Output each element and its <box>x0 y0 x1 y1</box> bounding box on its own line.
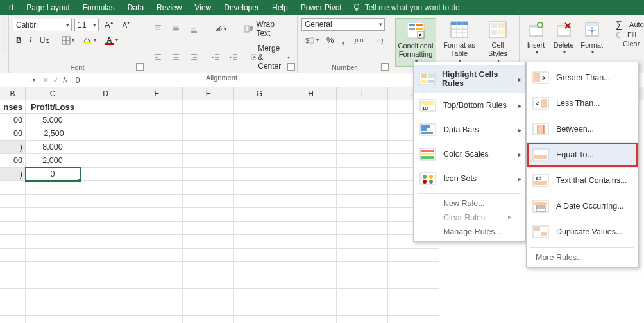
cell[interactable] <box>234 154 285 168</box>
cell[interactable] <box>234 262 285 275</box>
cell[interactable] <box>183 235 234 249</box>
cell[interactable] <box>80 222 131 235</box>
cell[interactable] <box>337 127 388 141</box>
paste-button-partial[interactable] <box>1 17 7 53</box>
autosum-button[interactable]: ∑ Auto <box>616 19 636 30</box>
borders-button[interactable]: ▾ <box>58 34 78 47</box>
tab-power-pivot[interactable]: Power Pivot <box>294 1 348 15</box>
number-format-select[interactable]: General ▾ <box>301 18 385 31</box>
cell[interactable] <box>26 302 80 316</box>
cell[interactable] <box>388 262 439 275</box>
cell[interactable] <box>234 316 285 323</box>
cell[interactable] <box>285 114 337 127</box>
cell[interactable] <box>0 249 26 262</box>
cell[interactable] <box>131 127 183 141</box>
cell[interactable] <box>234 302 285 316</box>
cell[interactable] <box>234 114 285 127</box>
cell[interactable] <box>285 262 337 275</box>
cell[interactable] <box>285 275 337 289</box>
cell[interactable] <box>0 275 26 289</box>
cell[interactable] <box>80 275 131 289</box>
cell[interactable] <box>131 262 183 275</box>
highlight-rule-item[interactable]: <Less Than... <box>527 91 638 116</box>
col-header-f[interactable]: F <box>183 87 234 100</box>
cell[interactable] <box>285 302 337 316</box>
cell[interactable] <box>183 181 234 195</box>
cell[interactable] <box>337 181 388 195</box>
cell[interactable] <box>0 181 26 195</box>
cell[interactable] <box>183 100 234 114</box>
cell[interactable] <box>131 316 183 323</box>
cell[interactable] <box>80 100 131 114</box>
cell[interactable] <box>337 249 388 262</box>
cell[interactable] <box>388 302 439 316</box>
cell[interactable] <box>131 289 183 302</box>
cell[interactable] <box>285 195 337 208</box>
cell[interactable] <box>80 235 131 249</box>
comma-style-button[interactable]: , <box>339 33 348 48</box>
format-cells-button[interactable]: Format▾ <box>579 18 605 57</box>
cell[interactable] <box>337 168 388 181</box>
cell[interactable] <box>0 262 26 275</box>
cell[interactable] <box>388 249 439 262</box>
col-header-i[interactable]: I <box>337 87 388 100</box>
cell[interactable] <box>131 168 183 181</box>
cell[interactable] <box>337 275 388 289</box>
cell[interactable] <box>26 208 80 222</box>
cell[interactable] <box>285 208 337 222</box>
col-header-g[interactable]: G <box>234 87 285 100</box>
cell[interactable] <box>80 127 131 141</box>
cell[interactable] <box>234 168 285 181</box>
cell[interactable] <box>131 222 183 235</box>
cell[interactable] <box>337 195 388 208</box>
cell[interactable] <box>234 100 285 114</box>
underline-button[interactable]: U▾ <box>37 34 53 47</box>
cell[interactable] <box>80 141 131 154</box>
delete-cells-button[interactable]: Delete▾ <box>551 18 576 57</box>
cell[interactable] <box>337 235 388 249</box>
cell[interactable] <box>388 289 439 302</box>
bold-button[interactable]: B <box>13 34 25 47</box>
enter-formula-button[interactable]: ✓ <box>53 76 59 85</box>
cell[interactable] <box>388 275 439 289</box>
cell[interactable]: 0 <box>26 168 80 181</box>
align-middle-button[interactable] <box>168 22 183 35</box>
cell[interactable] <box>234 289 285 302</box>
cell[interactable]: ) <box>0 141 26 154</box>
cell[interactable] <box>234 249 285 262</box>
increase-decimal-button[interactable]: .0.00 <box>350 34 368 47</box>
font-size-select[interactable]: 11 ▾ <box>74 19 99 31</box>
cell[interactable] <box>183 289 234 302</box>
cell[interactable] <box>234 127 285 141</box>
increase-font-button[interactable]: A▴ <box>101 18 117 31</box>
cell[interactable] <box>183 208 234 222</box>
manage-rules-item[interactable]: Manage Rules... <box>414 225 525 239</box>
cell[interactable] <box>80 181 131 195</box>
tab-formulas[interactable]: Formulas <box>76 1 121 15</box>
highlight-rule-item[interactable]: abText that Contains... <box>527 168 638 193</box>
decrease-decimal-button[interactable]: .00.0 <box>369 34 387 47</box>
tab-developer[interactable]: Developer <box>217 1 266 15</box>
cell[interactable]: 00 <box>0 114 26 127</box>
increase-indent-button[interactable] <box>226 51 241 64</box>
cell[interactable] <box>337 208 388 222</box>
cell[interactable] <box>26 289 80 302</box>
cell[interactable] <box>183 262 234 275</box>
cell[interactable] <box>131 195 183 208</box>
cell[interactable] <box>183 316 234 323</box>
cell[interactable] <box>131 249 183 262</box>
cell[interactable] <box>234 195 285 208</box>
cell[interactable] <box>285 235 337 249</box>
cell[interactable] <box>131 235 183 249</box>
tab-review[interactable]: Review <box>150 1 188 15</box>
cell[interactable] <box>234 235 285 249</box>
cell[interactable] <box>234 222 285 235</box>
cell[interactable] <box>80 249 131 262</box>
cell[interactable] <box>234 181 285 195</box>
cell[interactable] <box>285 181 337 195</box>
cell[interactable] <box>285 154 337 168</box>
alignment-dialog-launcher[interactable] <box>287 63 295 71</box>
cell[interactable] <box>80 195 131 208</box>
tab-page-layout[interactable]: Page Layout <box>20 1 76 15</box>
highlight-rule-item[interactable]: A Date Occurring... <box>527 193 638 219</box>
